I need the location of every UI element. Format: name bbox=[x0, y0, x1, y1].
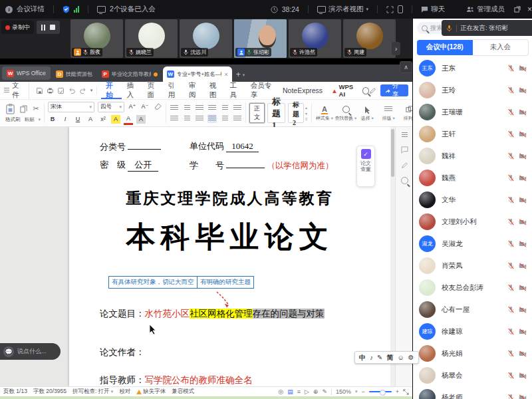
tab-in-meeting[interactable]: 会议中(128) bbox=[417, 40, 473, 55]
paragraph-tool-icon[interactable] bbox=[207, 104, 217, 112]
fit-page-icon[interactable] bbox=[403, 389, 409, 395]
ribbon-tool-2[interactable]: 查找替换 ▾ bbox=[336, 105, 356, 122]
member-mic-muted-button[interactable] bbox=[507, 240, 515, 247]
paragraph-tool-icon[interactable] bbox=[233, 114, 242, 123]
member-mic-muted-button[interactable] bbox=[507, 196, 515, 203]
undo-icon[interactable] bbox=[68, 87, 76, 94]
underline-button[interactable]: U bbox=[73, 115, 82, 124]
style-chip-heading1[interactable]: 标题 1 bbox=[267, 103, 285, 123]
member-mic-muted-button[interactable] bbox=[507, 86, 515, 94]
paste-icon[interactable] bbox=[5, 103, 15, 114]
zoom-in-button[interactable]: + bbox=[396, 388, 399, 395]
read-mode-icon[interactable]: ▷ bbox=[305, 388, 309, 395]
video-tile[interactable]: 姚晓兰 bbox=[125, 19, 178, 58]
member-camera-off-button[interactable] bbox=[519, 285, 527, 291]
wps-ai-button[interactable]: ▲WPS AI bbox=[331, 83, 358, 98]
member-mic-muted-button[interactable] bbox=[507, 108, 515, 116]
member-mic-muted-button[interactable] bbox=[507, 394, 515, 399]
paragraph-tool-icon[interactable] bbox=[233, 104, 242, 112]
font-size-select[interactable]: 四号▾ bbox=[98, 102, 124, 112]
paragraph-tool-icon[interactable] bbox=[207, 114, 217, 123]
member-mic-muted-button[interactable] bbox=[507, 372, 515, 379]
paragraph-tool-icon[interactable] bbox=[195, 104, 204, 112]
member-camera-off-button[interactable] bbox=[519, 131, 527, 138]
shield-icon[interactable] bbox=[63, 5, 70, 13]
doc-scrollbar-thumb[interactable] bbox=[391, 129, 394, 177]
member-row[interactable]: 文华 bbox=[413, 189, 532, 211]
status-item[interactable]: 页数 1/13 bbox=[3, 388, 27, 396]
member-mic-muted-button[interactable] bbox=[507, 262, 515, 269]
pen-tool-icon[interactable] bbox=[401, 162, 408, 169]
decrease-font-icon[interactable]: A⁻ bbox=[140, 102, 150, 111]
stop-recording-button[interactable] bbox=[50, 25, 55, 30]
member-camera-off-button[interactable] bbox=[519, 175, 527, 182]
paragraph-tool-icon[interactable] bbox=[170, 104, 179, 112]
member-camera-off-button[interactable] bbox=[519, 350, 527, 357]
ribbon-tool-3[interactable]: 选择 ▾ bbox=[358, 105, 377, 122]
signal-icon[interactable] bbox=[74, 6, 79, 13]
char-border-button[interactable]: A bbox=[136, 115, 146, 124]
search-command-icon[interactable] bbox=[362, 87, 369, 94]
paragraph-tool-icon[interactable] bbox=[220, 114, 229, 123]
menu-item-审阅[interactable]: 审阅 bbox=[184, 82, 205, 99]
presenter-view-button[interactable]: 演示者视图 ▾ bbox=[317, 5, 368, 14]
style-gallery-scroll[interactable]: ▴▾≡ bbox=[305, 105, 308, 121]
style-chip-body[interactable]: 正文 bbox=[249, 103, 265, 123]
output-icon[interactable] bbox=[57, 87, 65, 94]
member-row[interactable]: 王东王东 bbox=[413, 57, 532, 79]
zoom-level-value[interactable]: 150% bbox=[336, 388, 351, 395]
ime-handwrite-icon[interactable]: ✎ bbox=[377, 354, 382, 361]
doc-scrollbar[interactable] bbox=[390, 127, 395, 386]
zoom-tool-icon[interactable] bbox=[401, 177, 408, 184]
outline-tool-icon[interactable] bbox=[402, 132, 408, 138]
add-page-icon[interactable]: ⊕ bbox=[313, 388, 319, 395]
member-mic-muted-button[interactable] bbox=[507, 65, 515, 72]
member-row[interactable]: 心有一屋 bbox=[413, 299, 532, 321]
italic-button[interactable]: I bbox=[61, 115, 70, 124]
status-item[interactable]: 拼写检查: 打开 ▾ bbox=[72, 388, 113, 396]
highlight-button[interactable]: A bbox=[111, 115, 120, 124]
member-row[interactable]: 杨翠会 bbox=[413, 364, 532, 386]
menu-item-视图[interactable]: 视图 bbox=[205, 82, 225, 99]
outline-view-icon[interactable]: ≡ bbox=[297, 388, 301, 395]
chevron-down-icon[interactable]: ▾ bbox=[90, 88, 93, 93]
document-canvas[interactable]: 分类号 单位代码 10642 密 级 公开 学 号 （以学信网为准） 重庆文理学… bbox=[0, 127, 412, 386]
video-tile[interactable]: 沈远川 bbox=[180, 19, 232, 58]
chevron-down-icon[interactable]: ▾ bbox=[355, 389, 358, 394]
mobile-device-icon[interactable] bbox=[398, 5, 403, 13]
status-item[interactable]: 字数 20/3955 bbox=[33, 388, 66, 396]
ime-emoji-icon[interactable]: ☺ bbox=[397, 354, 404, 361]
close-tab-icon[interactable]: × bbox=[225, 71, 228, 78]
member-mic-muted-button[interactable] bbox=[507, 152, 515, 160]
menu-item-工具[interactable]: 工具 bbox=[225, 82, 246, 99]
status-item[interactable]: 缺失字体 bbox=[136, 388, 166, 396]
paragraph-tool-icon[interactable] bbox=[182, 114, 192, 123]
strip-next-page-button[interactable]: › bbox=[392, 42, 400, 55]
menu-item-插入[interactable]: 插入 bbox=[122, 82, 142, 99]
edit-mode-icon[interactable] bbox=[369, 87, 376, 94]
menu-item-页面[interactable]: 页面 bbox=[142, 82, 163, 99]
font-name-select[interactable]: 宋体▾ bbox=[48, 102, 94, 112]
status-item[interactable]: 兼容模式 bbox=[172, 388, 194, 396]
superscript-button[interactable]: x² bbox=[98, 115, 108, 124]
ink-icon[interactable]: ✎ bbox=[322, 388, 327, 395]
member-camera-off-button[interactable] bbox=[519, 109, 527, 116]
ime-simplified-toggle[interactable]: 简 bbox=[386, 353, 393, 362]
format-painter-button[interactable]: 格式刷 bbox=[5, 116, 20, 123]
page-view-icon[interactable]: ▤ bbox=[287, 388, 293, 395]
paragraph-tool-icon[interactable] bbox=[195, 114, 204, 123]
member-row[interactable]: 魏燕 bbox=[413, 167, 532, 189]
member-row[interactable]: 淑龙吴淑龙 bbox=[413, 233, 532, 255]
member-mic-muted-button[interactable] bbox=[507, 218, 515, 225]
member-camera-off-button[interactable] bbox=[519, 263, 527, 269]
status-item[interactable]: 校对 bbox=[119, 388, 130, 396]
redo-icon[interactable] bbox=[79, 87, 87, 94]
ribbon-tool-4[interactable]: 排版 ▾ bbox=[379, 105, 398, 122]
copy-icon[interactable] bbox=[19, 104, 28, 113]
ime-voice-icon[interactable]: ♪ bbox=[370, 354, 373, 361]
zoom-out-button[interactable]: − bbox=[361, 388, 364, 395]
meeting-details-button[interactable]: 会议详情 bbox=[17, 5, 45, 14]
member-camera-off-button[interactable] bbox=[519, 219, 527, 225]
member-mic-muted-button[interactable] bbox=[507, 328, 515, 335]
strip-collapse-button[interactable]: ∧ bbox=[400, 61, 412, 73]
